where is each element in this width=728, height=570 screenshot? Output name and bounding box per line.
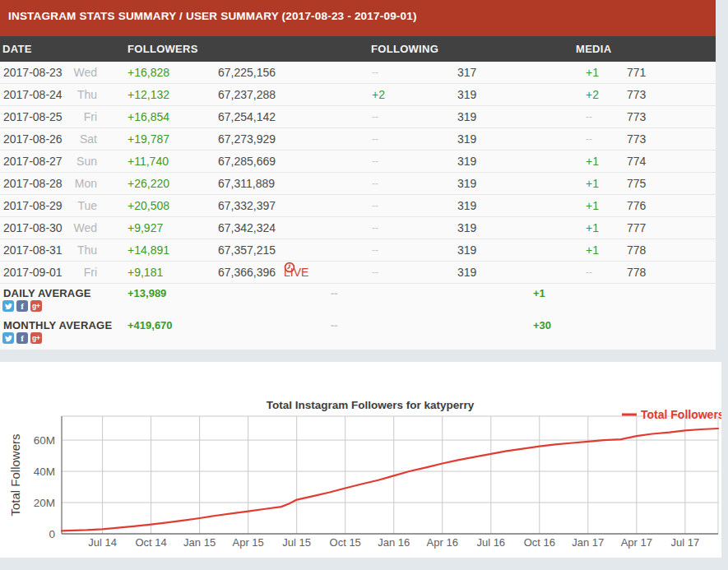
row-followers-delta: +20,508 <box>128 195 169 216</box>
row-media-total: 776 <box>627 195 646 216</box>
row-media-total: 778 <box>627 262 646 283</box>
row-media-total: 773 <box>627 128 646 150</box>
twitter-icon[interactable] <box>2 332 14 344</box>
daily-average-followers-delta: +13,989 <box>128 287 166 299</box>
x-tick-label: Oct 15 <box>330 536 361 549</box>
live-label: LIVE <box>284 262 308 283</box>
row-following-total: 319 <box>457 262 476 283</box>
row-following-total: 319 <box>457 128 476 150</box>
row-media-total: 774 <box>627 151 646 172</box>
row-media-delta: -- <box>586 128 592 150</box>
row-media-delta: -- <box>586 106 592 127</box>
google-plus-icon[interactable]: g+ <box>30 332 42 344</box>
row-following-delta: -- <box>372 262 378 283</box>
chart-title: Total Instagram Followers for katyperry <box>267 399 475 411</box>
row-following-delta: -- <box>372 239 378 261</box>
google-plus-glyph: g+ <box>32 332 40 344</box>
row-date: 2017-08-29 <box>3 195 63 216</box>
x-tick-label: Apr 17 <box>621 536 652 549</box>
x-tick-label: Jan 16 <box>378 536 410 549</box>
row-date: 2017-08-23 <box>3 62 63 83</box>
daily-average-media-delta: +1 <box>533 287 545 299</box>
live-badge[interactable]: LIVE <box>284 262 295 273</box>
facebook-icon[interactable]: f <box>16 332 28 344</box>
row-followers-delta: +9,927 <box>128 217 163 239</box>
monthly-share-icons: fg+ <box>2 332 42 344</box>
google-plus-icon[interactable]: g+ <box>30 300 42 312</box>
row-date: 2017-08-24 <box>3 84 63 105</box>
row-following-total: 317 <box>457 62 476 83</box>
row-following-delta: -- <box>372 217 378 239</box>
row-day: Sat <box>66 128 97 150</box>
row-media-total: 771 <box>627 62 646 83</box>
total-followers-line <box>62 429 718 531</box>
row-followers-delta: +16,828 <box>128 62 169 83</box>
row-date: 2017-08-27 <box>3 151 63 172</box>
row-media-delta: +2 <box>586 84 599 105</box>
row-followers-total: 67,273,929 <box>218 128 276 150</box>
table-row: 2017-09-01Fri+9,18167,366,396--319--778L… <box>0 262 716 284</box>
y-tick-label: 20M <box>34 497 55 509</box>
table-row: 2017-08-24Thu+12,13267,237,288+2319+2773 <box>0 84 716 106</box>
row-following-delta: -- <box>372 62 378 83</box>
row-followers-delta: +11,740 <box>128 151 169 172</box>
row-media-delta: +1 <box>586 62 599 83</box>
x-tick-label: Oct 16 <box>524 536 555 549</box>
row-media-delta: -- <box>586 262 592 283</box>
followers-line-chart: Jul 14Oct 14Jan 15Apr 15Jul 15Oct 15Jan … <box>0 362 721 558</box>
facebook-glyph: f <box>21 332 24 344</box>
row-followers-delta: +26,220 <box>128 173 169 194</box>
row-media-delta: +1 <box>586 151 599 172</box>
row-day: Fri <box>66 262 97 283</box>
row-day: Thu <box>66 84 97 105</box>
y-tick-label: 60M <box>34 434 55 447</box>
row-following-delta: -- <box>372 195 378 216</box>
x-tick-label: Jul 15 <box>282 536 311 549</box>
table-row: 2017-08-25Fri+16,85467,254,142--319--773 <box>0 106 716 128</box>
table-row: 2017-08-26Sat+19,78767,273,929--319--773 <box>0 128 716 151</box>
y-tick-label: 40M <box>34 466 55 478</box>
twitter-icon[interactable] <box>2 300 14 312</box>
monthly-average-media-delta: +30 <box>533 319 551 331</box>
row-day: Thu <box>66 239 97 261</box>
table-row: 2017-08-27Sun+11,74067,285,669--319+1774 <box>0 151 716 173</box>
row-following-total: 319 <box>457 173 476 194</box>
row-following-total: 319 <box>457 151 476 172</box>
x-tick-label: Oct 14 <box>135 536 166 549</box>
column-header-following: FOLLOWING <box>371 43 438 55</box>
table-row: 2017-08-28Mon+26,22067,311,889--319+1775 <box>0 173 716 195</box>
row-media-total: 777 <box>627 217 646 239</box>
daily-average-row: DAILY AVERAGE +13,989 -- +1 fg+ <box>0 285 716 317</box>
row-day: Fri <box>66 106 97 127</box>
row-media-total: 775 <box>627 173 646 194</box>
row-following-total: 319 <box>457 106 476 127</box>
row-media-delta: +1 <box>586 217 599 239</box>
stats-table: 2017-08-23Wed+16,82867,225,156--317+1771… <box>0 62 716 284</box>
row-following-delta: -- <box>372 151 378 172</box>
column-header-date: DATE <box>2 43 32 55</box>
table-row: 2017-08-30Wed+9,92767,342,324--319+1777 <box>0 217 716 239</box>
row-date: 2017-09-01 <box>3 262 63 283</box>
row-following-total: 319 <box>457 217 476 239</box>
monthly-average-label: MONTHLY AVERAGE <box>3 319 112 331</box>
row-followers-total: 67,332,397 <box>218 195 276 216</box>
column-header-followers: FOLLOWERS <box>128 43 198 55</box>
monthly-average-following-delta: -- <box>331 319 338 331</box>
row-followers-total: 67,285,669 <box>218 151 276 172</box>
row-date: 2017-08-30 <box>3 217 63 239</box>
facebook-icon[interactable]: f <box>16 300 28 312</box>
google-plus-glyph: g+ <box>32 300 40 312</box>
y-tick-label: 0 <box>49 528 55 540</box>
row-following-delta: +2 <box>372 84 385 105</box>
row-followers-total: 67,225,156 <box>218 62 276 83</box>
table-row: 2017-08-23Wed+16,82867,225,156--317+1771 <box>0 62 716 84</box>
row-day: Wed <box>66 217 97 239</box>
daily-average-following-delta: -- <box>331 287 338 299</box>
row-date: 2017-08-26 <box>3 128 63 150</box>
page: INSTAGRAM STATS SUMMARY / USER SUMMARY (… <box>0 0 728 570</box>
row-day: Wed <box>66 62 97 83</box>
row-following-total: 319 <box>457 195 476 216</box>
row-following-total: 319 <box>457 84 476 105</box>
row-following-delta: -- <box>372 173 378 194</box>
row-date: 2017-08-25 <box>3 106 63 127</box>
